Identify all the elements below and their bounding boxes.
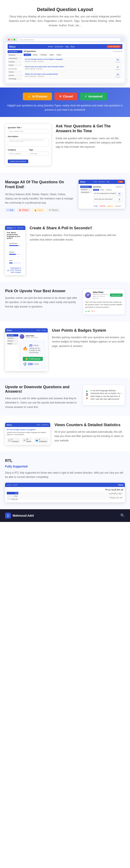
sidebar-item-answered[interactable]: Answered: [8, 54, 23, 56]
sidebar-item-friends[interactable]: Friends: [8, 64, 23, 66]
inprocess-label: In Process: [32, 95, 47, 98]
rtl-main: سؤال عن اللغة العربية كيف تحسن مهاراتك؟: [19, 492, 123, 501]
rtl-q-1: سؤال عن اللغة العربية: [19, 492, 123, 495]
mini-ask-btn[interactable]: + Ask: [118, 181, 123, 183]
upvote-btn[interactable]: ▲ 12: [85, 310, 89, 312]
form-submit-button[interactable]: Submit Your Question: [8, 160, 28, 163]
rtl-sidebar: الكل مجاب غير مجاب: [7, 492, 18, 501]
form-title-input[interactable]: Enter question title...: [8, 129, 49, 133]
rtl-questions: الأسئلة: [13, 484, 17, 486]
nav-ask-button[interactable]: + Ask Question: [107, 45, 121, 48]
poll-option-3[interactable]: PHP: [7, 258, 24, 265]
close-button[interactable]: 🔒 Close: [32, 208, 45, 212]
views-q-body: Question about answering in English lang…: [7, 431, 48, 436]
check-icon: ✓: [85, 95, 87, 98]
sidebar-category-general[interactable]: General: [8, 70, 23, 73]
downvote-arrow[interactable]: ▼: [85, 397, 88, 400]
views-content-inner: Do You Foreign Answer on English? Questi…: [5, 427, 50, 445]
mini-search: Search...: [115, 186, 123, 188]
mini-edit: ✏ Edit: [93, 205, 98, 207]
vote-mock-container: ▲ 2 ▼ In my local language (Bahasa Indon…: [83, 385, 125, 405]
user-avatar: JP: [85, 292, 91, 298]
question-item-1[interactable]: Do You Foreign Answer on the English Lan…: [24, 57, 122, 64]
points-browser: Discy Home Profile My Profile Questions …: [5, 328, 48, 371]
sidebar-item-all[interactable]: All Questions: [8, 50, 23, 53]
rtl-mini-nav: Discy الرئيسية الأسئلة: [5, 483, 125, 487]
filter-trending[interactable]: Trending: [39, 54, 47, 56]
flag-icon: ⚑: [49, 209, 51, 211]
mini-sidebar: All Questions Answered Unanswered: [80, 186, 92, 207]
edit-button[interactable]: ✏ Edit: [5, 208, 15, 212]
points-total-row: 🛡️ 250 Points: [23, 362, 43, 366]
filter-active[interactable]: Active: [32, 54, 38, 56]
form-category-select[interactable]: Select category...: [8, 152, 28, 156]
points-questions: Questions: [7, 337, 18, 339]
badge-name: Professional: [29, 358, 40, 360]
form-tags-input[interactable]: Add tags...: [29, 152, 49, 156]
edit-label: Edit: [10, 209, 13, 211]
points-profile: Profile: [42, 330, 46, 331]
rtl-logo: Discy: [118, 484, 123, 486]
upvote-arrow[interactable]: ▲: [85, 389, 88, 392]
browser-dot-green: [13, 39, 15, 40]
close-label: Close: [38, 209, 43, 211]
report-button[interactable]: ⚑ Report: [47, 208, 60, 212]
views-logo: Discy: [7, 424, 12, 426]
mini-filter-row: Newest Active Trending: [93, 189, 123, 191]
q2-answers-label: Answers: [115, 69, 120, 70]
vote-arrows: ▲ 2 ▼: [85, 389, 88, 400]
content-header: All Questions 142 Questions: [24, 50, 122, 52]
points-mini-nav: Discy Home Profile: [5, 328, 48, 333]
views-mini-nav: Discy Home Questions: [5, 423, 50, 427]
badge-row: ⭐ Professional 🛡️ 250 Points: [23, 356, 43, 366]
best-answer-description: Question owner can pick the best answer …: [5, 296, 79, 309]
sidebar-item-unanswered[interactable]: Unanswered: [8, 57, 23, 60]
poll-logo: Discy: [7, 227, 12, 229]
closed-button[interactable]: ✕ Closed: [54, 93, 78, 100]
upvote-title: Upvote or Downvote Questions and Answers…: [5, 385, 79, 394]
poll-description: Take back audience attention. Poll Every…: [30, 233, 125, 242]
points-main: John Peter Member since 2018 🔥 20: [19, 334, 46, 369]
nav-tags: Tags: [65, 45, 69, 48]
form-desc-input[interactable]: Please choose an appropriate title for t…: [8, 138, 49, 147]
filter-bar: Newest Active Trending Votes Views: [24, 54, 122, 56]
points-total-label: Points: [34, 363, 39, 365]
footer-search-icon[interactable]: 🔍: [120, 513, 125, 518]
nav-links: Home Questions Tags Blog: [48, 45, 75, 48]
answers-stat: 💬 5 Answers: [7, 438, 20, 443]
answered-label: Answered: [88, 95, 102, 98]
manage-description: All Discy features (Edit, Delete, Report…: [5, 192, 74, 205]
user-info: John Peter Added an answer on April 19, …: [93, 291, 108, 299]
downvote-btn[interactable]: ▼ 2: [91, 310, 94, 312]
footer: D Mahmoud Adel 🔍: [0, 509, 130, 522]
mini-nav-links: Home Questions Tags: [93, 181, 110, 182]
poll-question-title: Poll: Which programming language do you …: [7, 231, 24, 239]
delete-button[interactable]: 🗑 Delete: [17, 208, 30, 212]
sidebar-item-followed[interactable]: Followed: [8, 60, 23, 63]
mini-header-row: Questions Search...: [93, 186, 123, 188]
filter-views[interactable]: Views: [55, 54, 62, 56]
trash-icon: 🗑: [19, 209, 21, 211]
badge-display: ⭐ Professional: [23, 357, 43, 361]
sidebar-category-science[interactable]: Science: [8, 74, 23, 77]
vote-answer-text: In my local language (Bahasa Indonesia) …: [91, 389, 122, 401]
answered-button[interactable]: ✓ Answered: [80, 93, 107, 100]
question-item-2[interactable]: How to train your brain faster and remem…: [24, 65, 122, 71]
poll-content: Discy Home Questions Poll: Which program…: [5, 226, 125, 275]
sidebar-category-tech[interactable]: Technology: [8, 78, 23, 80]
question-item-3[interactable]: What's the best way to learn programming…: [24, 72, 122, 79]
poll-option-1[interactable]: JavaScript: [7, 241, 24, 248]
filter-votes[interactable]: Votes: [48, 54, 55, 56]
browser-dot-red: [8, 39, 10, 40]
inprocess-button[interactable]: ⚡ In Process: [23, 93, 52, 100]
views-count-stat: 👁 13 Views: [22, 438, 33, 443]
poll-content-inner: Poll: Which programming language do you …: [5, 230, 25, 275]
poll-home: Home: [12, 227, 16, 228]
point-item-1: 🔥 20 Points Voting up an answer in the c…: [23, 344, 43, 353]
rtl-q-title: كيف تتعلم البرمجة بسرعة؟: [7, 489, 123, 491]
manage-text: Manage All Of The Questions On Front End…: [5, 180, 74, 212]
poll-option-2[interactable]: Python: [7, 249, 24, 257]
participate-btn[interactable]: 📊 Participate in Poll, Choose Your Answe…: [7, 267, 24, 273]
browser-dot-yellow: [11, 39, 12, 40]
filter-newest[interactable]: Newest: [24, 54, 31, 56]
